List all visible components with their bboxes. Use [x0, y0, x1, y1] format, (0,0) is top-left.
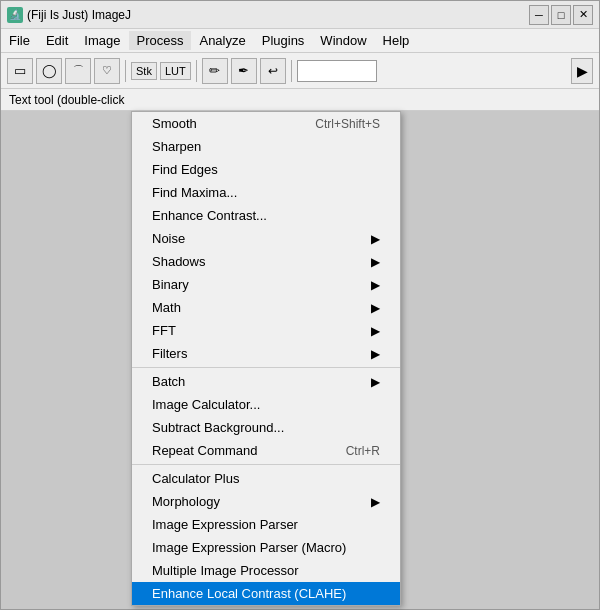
math-arrow-icon: ▶ [371, 301, 380, 315]
menu-analyze[interactable]: Analyze [191, 31, 253, 50]
menu-item-sharpen-label: Sharpen [152, 139, 201, 154]
undo-tool-button[interactable]: ↩ [260, 58, 286, 84]
menu-item-binary-label: Binary [152, 277, 189, 292]
menu-item-fft-label: FFT [152, 323, 176, 338]
menu-item-morphology-label: Morphology [152, 494, 220, 509]
menu-item-repeat-command-label: Repeat Command [152, 443, 258, 458]
shadows-arrow-icon: ▶ [371, 255, 380, 269]
toolbar-separator-2 [196, 60, 197, 82]
maximize-button[interactable]: □ [551, 5, 571, 25]
tooltip-text: Text tool (double-click [9, 93, 124, 107]
menu-item-smooth[interactable]: Smooth Ctrl+Shift+S [132, 112, 400, 135]
menu-item-multiple-image-processor-label: Multiple Image Processor [152, 563, 299, 578]
main-content: Smooth Ctrl+Shift+S Sharpen Find Edges F… [1, 111, 599, 609]
filters-arrow-icon: ▶ [371, 347, 380, 361]
menu-item-repeat-command-shortcut: Ctrl+R [346, 444, 380, 458]
menu-help[interactable]: Help [375, 31, 418, 50]
menu-item-enhance-contrast[interactable]: Enhance Contrast... [132, 204, 400, 227]
menu-bar: File Edit Image Process Analyze Plugins … [1, 29, 599, 53]
fft-arrow-icon: ▶ [371, 324, 380, 338]
menu-item-smooth-shortcut: Ctrl+Shift+S [315, 117, 380, 131]
menu-item-batch[interactable]: Batch ▶ [132, 370, 400, 393]
menu-item-noise[interactable]: Noise ▶ [132, 227, 400, 250]
menu-item-math-label: Math [152, 300, 181, 315]
toolbar-separator-1 [125, 60, 126, 82]
expand-button[interactable]: ▶ [571, 58, 593, 84]
menu-item-enhance-contrast-label: Enhance Contrast... [152, 208, 267, 223]
toolbar-separator-3 [291, 60, 292, 82]
menu-window[interactable]: Window [312, 31, 374, 50]
app-icon: 🔬 [7, 7, 23, 23]
menu-item-clahe-label: Enhance Local Contrast (CLAHE) [152, 586, 346, 601]
menu-item-image-calculator-label: Image Calculator... [152, 397, 260, 412]
menu-item-find-edges-label: Find Edges [152, 162, 218, 177]
menu-item-filters[interactable]: Filters ▶ [132, 342, 400, 365]
morphology-arrow-icon: ▶ [371, 495, 380, 509]
menu-item-math[interactable]: Math ▶ [132, 296, 400, 319]
menu-item-binary[interactable]: Binary ▶ [132, 273, 400, 296]
separator-1 [132, 367, 400, 368]
batch-arrow-icon: ▶ [371, 375, 380, 389]
toolbar: ▭ ◯ ⌒ ♡ Stk LUT ✏ ✒ ↩ ▶ [1, 53, 599, 89]
minimize-button[interactable]: ─ [529, 5, 549, 25]
menu-item-shadows[interactable]: Shadows ▶ [132, 250, 400, 273]
menu-item-image-expression-parser[interactable]: Image Expression Parser [132, 513, 400, 536]
tool-tooltip: Text tool (double-click [1, 89, 599, 111]
menu-item-calculator-plus-label: Calculator Plus [152, 471, 239, 486]
toolbar-text-input[interactable] [297, 60, 377, 82]
menu-item-find-edges[interactable]: Find Edges [132, 158, 400, 181]
menu-item-image-expression-parser-macro[interactable]: Image Expression Parser (Macro) [132, 536, 400, 559]
menu-item-clahe[interactable]: Enhance Local Contrast (CLAHE) [132, 582, 400, 605]
menu-item-calculator-plus[interactable]: Calculator Plus [132, 467, 400, 490]
title-bar: 🔬 (Fiji Is Just) ImageJ ─ □ ✕ [1, 1, 599, 29]
menu-item-morphology[interactable]: Morphology ▶ [132, 490, 400, 513]
menu-item-filters-label: Filters [152, 346, 187, 361]
lut-button[interactable]: LUT [160, 62, 191, 80]
binary-arrow-icon: ▶ [371, 278, 380, 292]
rect-tool-button[interactable]: ▭ [7, 58, 33, 84]
process-dropdown-menu: Smooth Ctrl+Shift+S Sharpen Find Edges F… [131, 111, 401, 606]
menu-item-image-calculator[interactable]: Image Calculator... [132, 393, 400, 416]
window-controls: ─ □ ✕ [529, 5, 593, 25]
noise-arrow-icon: ▶ [371, 232, 380, 246]
menu-item-smooth-label: Smooth [152, 116, 197, 131]
menu-item-find-maxima-label: Find Maxima... [152, 185, 237, 200]
oval-tool-button[interactable]: ◯ [36, 58, 62, 84]
menu-item-subtract-background[interactable]: Subtract Background... [132, 416, 400, 439]
menu-item-image-expression-parser-label: Image Expression Parser [152, 517, 298, 532]
menu-item-sharpen[interactable]: Sharpen [132, 135, 400, 158]
polygon-tool-button[interactable]: ⌒ [65, 58, 91, 84]
close-button[interactable]: ✕ [573, 5, 593, 25]
main-window: 🔬 (Fiji Is Just) ImageJ ─ □ ✕ File Edit … [0, 0, 600, 610]
menu-item-repeat-command[interactable]: Repeat Command Ctrl+R [132, 439, 400, 462]
menu-edit[interactable]: Edit [38, 31, 76, 50]
menu-file[interactable]: File [1, 31, 38, 50]
menu-image[interactable]: Image [76, 31, 128, 50]
menu-process[interactable]: Process [129, 31, 192, 50]
menu-item-subtract-background-label: Subtract Background... [152, 420, 284, 435]
freehand-tool-button[interactable]: ♡ [94, 58, 120, 84]
stk-button[interactable]: Stk [131, 62, 157, 80]
separator-2 [132, 464, 400, 465]
menu-item-multiple-image-processor[interactable]: Multiple Image Processor [132, 559, 400, 582]
window-title: (Fiji Is Just) ImageJ [27, 8, 529, 22]
pencil-tool-button[interactable]: ✏ [202, 58, 228, 84]
menu-item-image-expression-parser-macro-label: Image Expression Parser (Macro) [152, 540, 346, 555]
menu-item-find-maxima[interactable]: Find Maxima... [132, 181, 400, 204]
menu-item-noise-label: Noise [152, 231, 185, 246]
menu-item-batch-label: Batch [152, 374, 185, 389]
menu-item-fft[interactable]: FFT ▶ [132, 319, 400, 342]
menu-plugins[interactable]: Plugins [254, 31, 313, 50]
menu-item-shadows-label: Shadows [152, 254, 205, 269]
pen-tool-button[interactable]: ✒ [231, 58, 257, 84]
